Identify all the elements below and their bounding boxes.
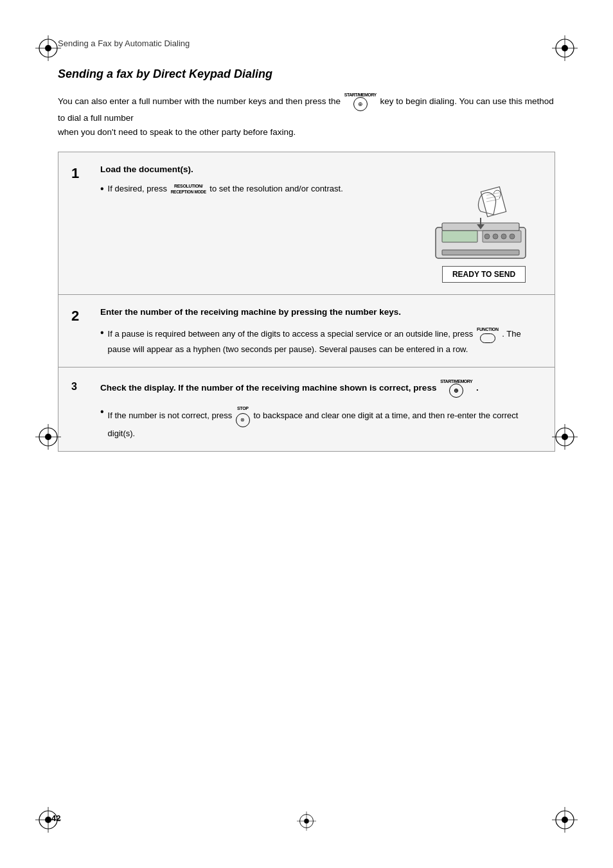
- step-1: 1 Load the document(s). • If desired, pr…: [58, 152, 555, 295]
- start-memory-key-inline: START/MEMORY ⊕: [343, 96, 380, 106]
- bottom-center-mark: [297, 811, 316, 833]
- svg-point-36: [484, 234, 490, 239]
- intro-line3: when you don't need to speak to the othe…: [58, 127, 296, 137]
- step-2: 2 Enter the number of the receiving mach…: [58, 295, 555, 368]
- svg-point-37: [493, 234, 498, 239]
- step-3: 3 Check the display. If the number of th…: [58, 368, 555, 451]
- step-3-heading: Check the display. If the number of the …: [100, 379, 542, 398]
- step-2-heading: Enter the number of the receiving machin…: [100, 306, 542, 319]
- mid-mark-right: [552, 424, 578, 450]
- step-1-content: Load the document(s). • If desired, pres…: [100, 164, 542, 283]
- resolution-key: RESOLUTION/ RECEPTION MODE: [171, 184, 206, 195]
- step-2-bullet-1: • If a pause is required between any of …: [100, 326, 542, 356]
- bullet-symbol-3: •: [100, 407, 104, 417]
- mid-mark-left: [35, 424, 61, 450]
- step-3-number: 3: [71, 379, 91, 439]
- function-key: FUNCTION: [477, 326, 499, 343]
- bullet-symbol: •: [100, 184, 104, 194]
- section-title: Sending a fax by Direct Keypad Dialing: [51, 67, 562, 81]
- step-1-bullet-text: If desired, press RESOLUTION/ RECEPTION …: [108, 182, 343, 195]
- intro-text: You can also enter a full number with th…: [51, 93, 562, 139]
- step-2-content: Enter the number of the receiving machin…: [100, 306, 542, 355]
- bullet-symbol-2: •: [100, 328, 104, 338]
- step-1-number: 1: [71, 164, 91, 283]
- ready-to-send-box: READY TO SEND: [442, 266, 526, 283]
- step-1-heading: Load the document(s).: [100, 164, 542, 176]
- stop-key: STOP ⊗: [236, 405, 250, 427]
- step-1-body: • If desired, press RESOLUTION/ RECEPTIO…: [100, 182, 542, 283]
- step-3-bullet-1: • If the number is not correct, press ST…: [100, 405, 542, 439]
- step-1-text-col: • If desired, press RESOLUTION/ RECEPTIO…: [100, 182, 413, 195]
- svg-rect-40: [442, 250, 519, 255]
- steps-container: 1 Load the document(s). • If desired, pr…: [58, 152, 555, 452]
- svg-point-39: [510, 234, 515, 239]
- corner-mark-tr: [552, 35, 578, 61]
- intro-line1: You can also enter a full number with th…: [58, 96, 341, 106]
- step-3-start-key: START/MEMORY ⊕: [440, 379, 472, 398]
- step-1-bullet-1: • If desired, press RESOLUTION/ RECEPTIO…: [100, 182, 413, 195]
- step-2-number: 2: [71, 306, 91, 355]
- fax-machine-svg: [432, 186, 535, 263]
- page: Sending a Fax by Automatic Dialing Sendi…: [0, 0, 613, 868]
- corner-mark-br: [552, 807, 578, 833]
- fax-illustration: READY TO SEND: [426, 182, 542, 283]
- page-number: 42: [51, 813, 60, 823]
- svg-point-38: [501, 234, 506, 239]
- step-3-content: Check the display. If the number of the …: [100, 379, 542, 439]
- svg-rect-34: [442, 231, 477, 242]
- step-2-bullet-text: If a pause is required between any of th…: [108, 326, 542, 356]
- corner-mark-tl: [35, 35, 61, 61]
- page-header: Sending a Fax by Automatic Dialing: [51, 39, 562, 48]
- step-3-bullet-text: If the number is not correct, press STOP…: [108, 405, 542, 439]
